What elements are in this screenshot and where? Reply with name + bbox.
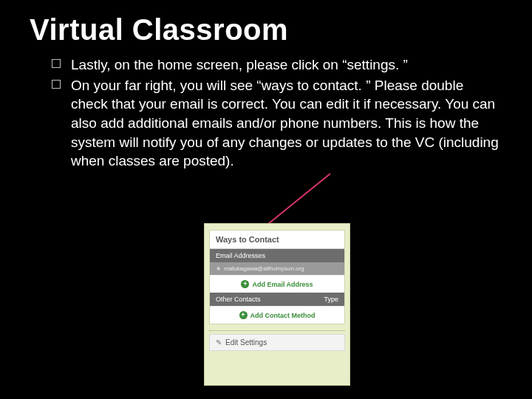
add-contact-button[interactable]: + Add Contact Method [210, 306, 344, 324]
bullet-item: On your far right, you will see “ways to… [52, 76, 502, 171]
slide-title: Virtual Classroom [30, 13, 502, 47]
panel-card: Ways to Contact Email Addresses ★ mafuka… [209, 230, 345, 324]
edit-settings-label: Edit Settings [225, 338, 267, 347]
email-value: mafukagawa@althompson.org [224, 265, 304, 272]
bullet-text: Lastly, on the home screen, please click… [71, 57, 408, 72]
bullet-item: Lastly, on the home screen, please click… [52, 55, 502, 75]
plus-icon: + [241, 280, 249, 288]
add-email-button[interactable]: + Add Email Address [210, 275, 344, 293]
panel-header: Ways to Contact [210, 231, 344, 249]
plus-icon: + [239, 311, 248, 319]
section-type-label: Type [324, 296, 338, 303]
edit-settings-button[interactable]: ✎ Edit Settings [209, 334, 345, 351]
divider [209, 330, 345, 331]
section-email-addresses: Email Addresses [210, 249, 344, 262]
section-other-contacts: Other Contacts Type [210, 293, 344, 306]
add-contact-label: Add Contact Method [250, 312, 316, 319]
ways-to-contact-panel: Ways to Contact Email Addresses ★ mafuka… [204, 223, 350, 386]
bullet-text: On your far right, you will see “ways to… [71, 78, 499, 169]
add-email-label: Add Email Address [252, 281, 313, 288]
section-email-label: Email Addresses [216, 252, 265, 259]
star-icon: ★ [216, 265, 221, 272]
section-other-label: Other Contacts [216, 296, 261, 303]
pencil-icon: ✎ [216, 338, 222, 347]
bullet-list: Lastly, on the home screen, please click… [52, 55, 502, 171]
slide: Virtual Classroom Lastly, on the home sc… [0, 0, 532, 399]
email-row[interactable]: ★ mafukagawa@althompson.org [210, 262, 344, 275]
